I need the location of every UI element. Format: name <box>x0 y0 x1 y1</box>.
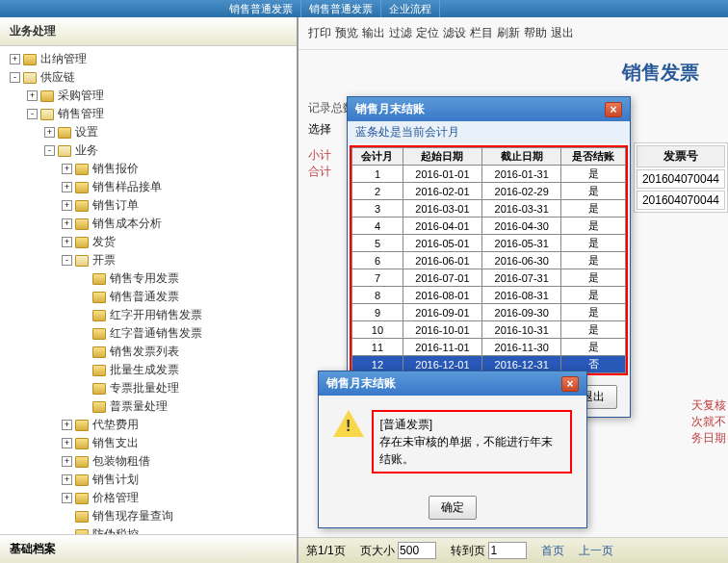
tree-node[interactable]: +销售样品接单 <box>0 178 297 196</box>
tree-node[interactable]: 销售专用发票 <box>0 269 297 288</box>
table-header: 起始日期 <box>403 148 481 166</box>
tree-node[interactable]: 防伪税控 <box>0 525 297 534</box>
tree-toggle-icon[interactable]: - <box>10 72 20 83</box>
close-icon[interactable]: × <box>561 376 579 392</box>
tree-label: 普票量处理 <box>110 398 168 415</box>
toolbar-button[interactable]: 栏目 <box>470 25 493 41</box>
tab-item[interactable]: 销售普通发票 <box>301 0 381 17</box>
table-row[interactable]: 102016-10-012016-10-31是 <box>352 321 626 339</box>
tree-node[interactable]: +销售计划 <box>0 471 297 489</box>
tree-node[interactable]: +销售报价 <box>0 160 297 178</box>
table-header: 截止日期 <box>482 148 561 166</box>
tree-toggle-icon[interactable]: + <box>27 90 38 101</box>
goto-page-input[interactable] <box>488 542 527 559</box>
tree-label: 销售专用发票 <box>110 270 179 287</box>
tree-toggle-icon[interactable]: + <box>62 200 72 211</box>
tree-toggle-icon[interactable]: + <box>62 237 72 247</box>
tree-label: 防伪税控 <box>92 526 139 534</box>
toolbar-button[interactable]: 预览 <box>335 25 358 41</box>
toolbar-button[interactable]: 过滤 <box>389 25 412 41</box>
tree-node[interactable]: +价格管理 <box>0 489 297 507</box>
tab-item[interactable]: 销售普通发票 <box>221 0 301 17</box>
folder-icon <box>40 109 54 120</box>
tree-node[interactable]: +包装物租借 <box>0 452 297 471</box>
ok-button[interactable]: 确定 <box>429 496 477 520</box>
tree-label: 销售成本分析 <box>92 216 162 232</box>
period-table[interactable]: 会计月起始日期截止日期是否结账12016-01-012016-01-31是220… <box>351 147 626 373</box>
tree[interactable]: +出纳管理-供应链+采购管理-销售管理+设置-业务+销售报价+销售样品接单+销售… <box>0 46 297 534</box>
tree-node[interactable]: -供应链 <box>0 68 297 87</box>
toolbar-button[interactable]: 刷新 <box>497 25 520 41</box>
tree-node[interactable]: 红字普通销售发票 <box>0 324 297 343</box>
tab-item[interactable]: 企业流程 <box>381 0 440 17</box>
tree-toggle-icon[interactable]: - <box>44 145 55 156</box>
toolbar-button[interactable]: 定位 <box>416 25 439 41</box>
toolbar-button[interactable]: 退出 <box>551 25 574 41</box>
invoice-cell[interactable]: 201604070044 <box>637 169 725 189</box>
folder-icon <box>75 438 89 449</box>
toolbar-button[interactable]: 打印 <box>308 25 331 41</box>
tree-label: 销售支出 <box>92 435 139 451</box>
tree-toggle-icon[interactable]: + <box>62 420 72 430</box>
tree-node[interactable]: +出纳管理 <box>0 50 297 68</box>
tree-node[interactable]: +采购管理 <box>0 87 297 105</box>
tree-node[interactable]: +销售支出 <box>0 434 297 452</box>
tree-toggle-icon[interactable]: + <box>10 54 20 64</box>
table-row[interactable]: 22016-02-012016-02-29是 <box>352 183 626 200</box>
tree-node[interactable]: 红字开用销售发票 <box>0 306 297 324</box>
tree-toggle-icon[interactable]: + <box>44 127 55 138</box>
page-size-input[interactable] <box>398 542 436 559</box>
invoice-cell[interactable]: 201604070044 <box>637 191 725 210</box>
tree-node[interactable]: +销售订单 <box>0 196 297 215</box>
dialog-hint: 蓝条处是当前会计月 <box>348 121 630 143</box>
tree-label: 销售订单 <box>92 197 139 214</box>
tree-toggle-icon[interactable]: + <box>62 456 72 467</box>
table-row[interactable]: 32016-03-012016-03-31是 <box>352 200 626 218</box>
tree-toggle-icon[interactable]: + <box>62 182 72 192</box>
folder-icon <box>75 164 89 175</box>
first-page-link[interactable]: 首页 <box>541 543 564 559</box>
sidebar-footer[interactable]: 基础档案 <box>0 534 297 563</box>
tree-label: 销售样品接单 <box>92 179 162 195</box>
tree-toggle-icon[interactable]: + <box>62 474 72 485</box>
tree-toggle-icon[interactable]: + <box>62 218 72 229</box>
tree-toggle-icon[interactable]: - <box>62 255 72 266</box>
side-text: 天复核 次就不 务日期 <box>691 397 726 446</box>
tree-node[interactable]: +代垫费用 <box>0 416 297 434</box>
prev-page-link[interactable]: 上一页 <box>579 543 613 559</box>
tree-toggle-icon[interactable]: + <box>62 493 72 503</box>
table-row[interactable]: 82016-08-012016-08-31是 <box>352 287 626 304</box>
tree-node[interactable]: 销售发票列表 <box>0 343 297 361</box>
tree-toggle-icon[interactable]: + <box>62 164 72 174</box>
folder-icon <box>92 365 106 376</box>
toolbar-button[interactable]: 输出 <box>362 25 385 41</box>
table-row[interactable]: 112016-11-012016-11-30是 <box>352 339 626 356</box>
table-row[interactable]: 12016-01-012016-01-31是 <box>352 166 626 183</box>
tree-node[interactable]: -开票 <box>0 251 297 269</box>
tree-label: 红字普通销售发票 <box>110 325 202 342</box>
toolbar-button[interactable]: 帮助 <box>524 25 547 41</box>
table-row[interactable]: 52016-05-012016-05-31是 <box>352 235 626 252</box>
table-row[interactable]: 72016-07-012016-07-31是 <box>352 269 626 287</box>
table-header: 会计月 <box>352 148 403 166</box>
tree-node[interactable]: 销售普通发票 <box>0 288 297 306</box>
table-row[interactable]: 42016-04-012016-04-30是 <box>352 218 626 235</box>
tree-node[interactable]: +发货 <box>0 233 297 251</box>
tree-toggle-icon[interactable]: - <box>27 109 38 119</box>
tree-toggle-icon[interactable]: + <box>62 438 72 448</box>
tree-node[interactable]: +销售成本分析 <box>0 215 297 233</box>
toolbar-button[interactable]: 滤设 <box>443 25 466 41</box>
page-title: 销售发票 <box>299 50 728 95</box>
tree-node[interactable]: 普票量处理 <box>0 397 297 416</box>
tree-node[interactable]: 批量生成发票 <box>0 361 297 379</box>
close-icon[interactable]: × <box>605 102 622 117</box>
tree-node[interactable]: 专票批量处理 <box>0 379 297 397</box>
tree-node[interactable]: -销售管理 <box>0 105 297 123</box>
tree-node[interactable]: -业务 <box>0 141 297 160</box>
tree-node[interactable]: 销售现存量查询 <box>0 507 297 525</box>
table-row[interactable]: 62016-06-012016-06-30是 <box>352 252 626 269</box>
table-row[interactable]: 92016-09-012016-09-30是 <box>352 304 626 321</box>
folder-icon <box>75 456 89 468</box>
folder-icon <box>23 54 37 65</box>
tree-node[interactable]: +设置 <box>0 123 297 141</box>
